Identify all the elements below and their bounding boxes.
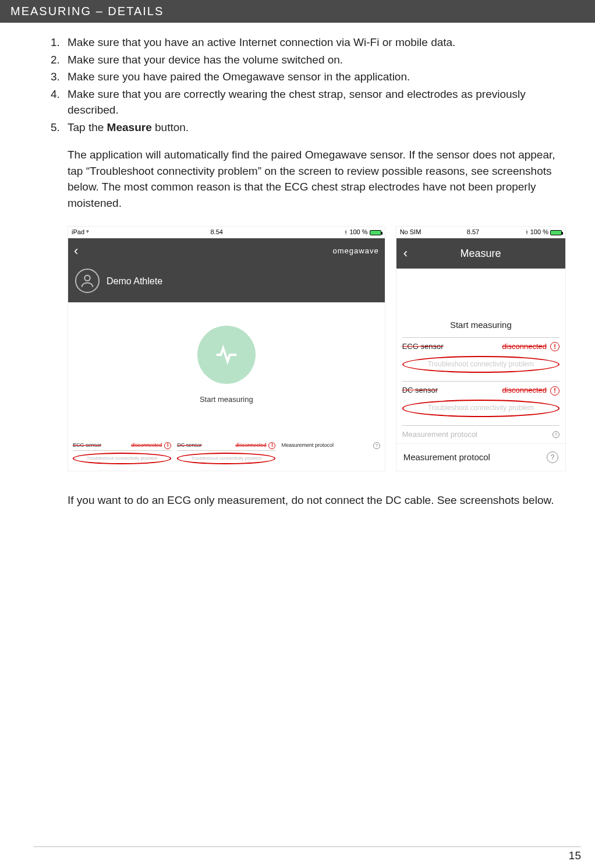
dc-column: DC sensor disconnected ! Troubleshoot co… — [177, 440, 275, 464]
protocol-label: Measurement protocol — [403, 451, 490, 464]
dc-status: disconnected — [502, 385, 547, 396]
battery-icon — [550, 230, 562, 235]
step-1: Make sure that you have an active Intern… — [63, 34, 566, 51]
help-icon[interactable]: ? — [373, 442, 380, 449]
brand-label: omegawave — [333, 246, 379, 257]
phone-ecg-group: ECG sensor disconnected ! Troubleshoot c… — [396, 337, 565, 373]
ipad-battery-pct: 100 % — [349, 228, 367, 235]
warning-icon: ! — [164, 442, 171, 449]
dc-sensor-label: DC sensor — [402, 385, 499, 396]
step-5-bold: Measure — [107, 121, 152, 133]
step-5-prefix: Tap the — [68, 121, 107, 133]
ecg-troubleshoot[interactable]: Troubleshoot connectivity problem — [73, 453, 171, 464]
ecg-sensor-label: ECG sensor — [73, 442, 129, 449]
ipad-status-left: iPad ᵠ — [72, 228, 89, 237]
ecg-status: disconnected — [502, 341, 547, 352]
protocol-label-faded: Measurement protocol — [402, 429, 549, 440]
ipad-status-right: ᚼ 100 % — [344, 228, 381, 237]
phone-title: Measure — [403, 246, 558, 261]
section-header: MEASURING – DETAILS — [0, 0, 595, 23]
paragraph-2: If you want to do an ECG only measuremen… — [29, 492, 566, 509]
dc-troubleshoot[interactable]: Troubleshoot connectivity problem — [177, 453, 275, 464]
start-measure-button[interactable] — [197, 326, 256, 384]
start-label: Start measuring — [68, 394, 385, 405]
phone-status-bar: No SIM 8.57 ᚼ 100 % — [396, 227, 565, 238]
ipad-status-time: 8.54 — [210, 228, 222, 237]
step-4: Make sure that you are correctly wearing… — [63, 86, 566, 118]
dc-sensor-label: DC sensor — [177, 442, 233, 449]
step-5: Tap the Measure button. — [63, 119, 566, 136]
paragraph-1: The application will automatically find … — [29, 147, 566, 211]
warning-icon: ! — [268, 442, 275, 449]
phone-nav: ‹ Measure — [396, 238, 565, 269]
content-area: Make sure that you have an active Intern… — [0, 23, 595, 509]
ipad-user-row: Demo Athlete — [68, 264, 385, 302]
phone-dc-group: DC sensor disconnected ! Troubleshoot co… — [396, 381, 565, 417]
phone-protocol-faded: Measurement protocol ? — [396, 425, 565, 444]
back-icon[interactable]: ‹ — [74, 242, 79, 260]
phone-status-time: 8.57 — [467, 228, 479, 237]
ipad-start-area: Start measuring — [68, 302, 385, 411]
ecg-status: disconnected — [131, 442, 162, 449]
phone-status-right: ᚼ 100 % — [525, 228, 562, 237]
step-2: Make sure that your device has the volum… — [63, 52, 566, 68]
protocol-label: Measurement protocol — [281, 442, 370, 449]
svg-point-0 — [84, 276, 90, 281]
ecg-troubleshoot[interactable]: Troubleshoot connectivity problem — [402, 356, 559, 373]
ecg-sensor-label: ECG sensor — [402, 341, 499, 352]
phone-protocol-row[interactable]: Measurement protocol ? — [396, 443, 565, 471]
user-name: Demo Athlete — [107, 274, 162, 288]
dc-status: disconnected — [235, 442, 266, 449]
ecg-column: ECG sensor disconnected ! Troubleshoot c… — [73, 440, 171, 464]
ipad-sensors-row: ECG sensor disconnected ! Troubleshoot c… — [68, 411, 385, 469]
dc-troubleshoot[interactable]: Troubleshoot connectivity problem — [402, 400, 559, 417]
phone-battery-pct: 100 % — [530, 228, 548, 235]
warning-icon: ! — [550, 342, 559, 351]
phone-status-left: No SIM — [400, 228, 422, 237]
phone-screenshot: No SIM 8.57 ᚼ 100 % ‹ Measure Start meas… — [396, 226, 566, 471]
screenshots-row: iPad ᵠ 8.54 ᚼ 100 % ‹ omegawave Demo Ath… — [29, 226, 566, 471]
bluetooth-icon: ᚼ — [525, 229, 529, 235]
page-number: 15 — [34, 846, 581, 862]
ipad-status-bar: iPad ᵠ 8.54 ᚼ 100 % — [68, 227, 385, 238]
ipad-screenshot: iPad ᵠ 8.54 ᚼ 100 % ‹ omegawave Demo Ath… — [68, 226, 385, 471]
ipad-nav: ‹ omegawave — [68, 238, 385, 264]
protocol-column: Measurement protocol ? — [281, 440, 380, 464]
phone-start-label: Start measuring — [396, 315, 565, 337]
avatar-icon — [75, 269, 100, 293]
steps-list: Make sure that you have an active Intern… — [29, 34, 566, 135]
help-icon[interactable]: ? — [547, 451, 558, 463]
bluetooth-icon: ᚼ — [344, 229, 348, 235]
help-icon: ? — [552, 431, 559, 438]
step-5-suffix: button. — [152, 121, 189, 133]
warning-icon: ! — [550, 386, 559, 396]
step-3: Make sure you have paired the Omegawave … — [63, 69, 566, 85]
battery-icon — [370, 230, 381, 235]
